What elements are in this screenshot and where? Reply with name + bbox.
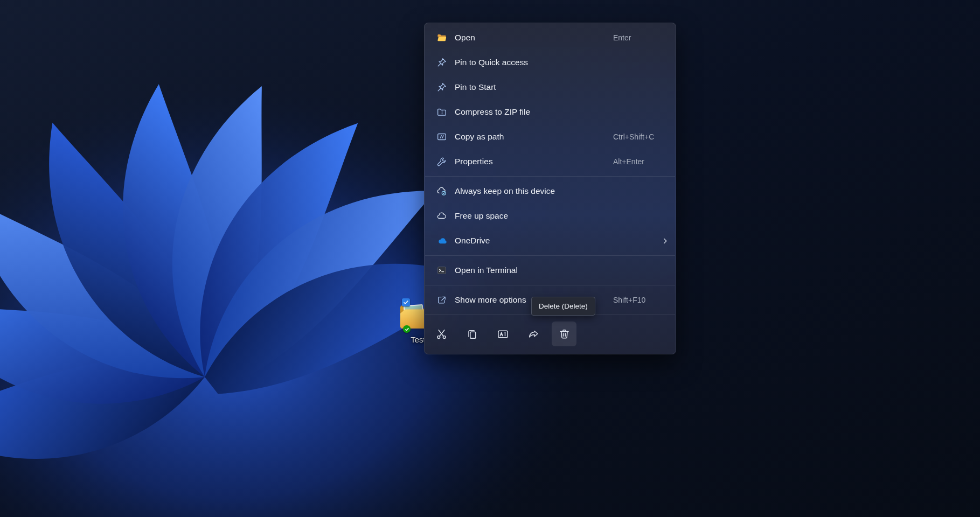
copy-path-icon	[436, 131, 447, 142]
menu-item-label: Compress to ZIP file	[455, 107, 613, 117]
cut-button[interactable]	[429, 322, 454, 346]
cut-icon	[435, 328, 448, 340]
menu-item-label: OneDrive	[455, 236, 613, 246]
delete-icon	[558, 328, 571, 340]
menu-item-compress-zip[interactable]: Compress to ZIP file	[425, 100, 676, 124]
menu-item-pin-to-start[interactable]: Pin to Start	[425, 75, 676, 100]
menu-item-shortcut: Alt+Enter	[613, 157, 669, 166]
copy-icon	[466, 328, 478, 340]
menu-item-open[interactable]: Open Enter	[425, 25, 676, 50]
pin-icon	[436, 57, 447, 68]
rename-button[interactable]	[490, 322, 515, 346]
menu-item-label: Free up space	[455, 211, 613, 221]
rename-icon	[497, 328, 509, 340]
pin-icon	[436, 82, 447, 93]
menu-item-open-in-terminal[interactable]: Open in Terminal	[425, 258, 676, 283]
menu-item-label: Pin to Start	[455, 82, 613, 92]
quick-actions-toolbar	[425, 317, 676, 354]
menu-item-free-up-space[interactable]: Free up space	[425, 204, 676, 228]
menu-item-label: Open in Terminal	[455, 266, 613, 275]
menu-item-shortcut: Enter	[613, 33, 669, 42]
show-more-options-icon	[436, 295, 447, 305]
menu-item-pin-quick-access[interactable]: Pin to Quick access	[425, 50, 676, 75]
cloud-check-icon	[436, 186, 447, 197]
zip-folder-icon	[436, 107, 447, 117]
cloud-icon	[436, 211, 447, 221]
menu-item-shortcut: Ctrl+Shift+C	[613, 132, 669, 141]
menu-item-label: Pin to Quick access	[455, 58, 613, 67]
copy-button[interactable]	[460, 322, 484, 346]
menu-separator	[425, 176, 675, 177]
tooltip-text: Delete (Delete)	[539, 302, 588, 310]
menu-item-copy-as-path[interactable]: Copy as path Ctrl+Shift+C	[425, 124, 676, 149]
check-icon	[403, 299, 409, 305]
selection-checkbox[interactable]	[402, 298, 410, 306]
menu-item-label: Properties	[455, 157, 613, 166]
desktop-icon-label[interactable]: Test	[411, 335, 426, 344]
share-icon	[527, 328, 540, 340]
folder-open-icon	[436, 32, 447, 43]
chevron-right-icon	[661, 237, 669, 245]
menu-item-properties[interactable]: Properties Alt+Enter	[425, 149, 676, 174]
menu-separator	[425, 255, 675, 256]
menu-item-label: Open	[455, 33, 613, 43]
terminal-icon	[436, 265, 447, 276]
delete-button[interactable]	[552, 322, 576, 346]
menu-separator	[425, 285, 675, 285]
menu-item-always-keep-on-device[interactable]: Always keep on this device	[425, 179, 676, 204]
menu-item-onedrive[interactable]: OneDrive	[425, 228, 676, 253]
wrench-icon	[436, 156, 447, 167]
onedrive-icon	[436, 235, 447, 246]
share-button[interactable]	[521, 322, 546, 346]
check-icon	[405, 327, 409, 332]
menu-item-label: Always keep on this device	[455, 186, 613, 196]
menu-item-shortcut: Shift+F10	[613, 296, 669, 304]
menu-item-label: Copy as path	[455, 132, 613, 142]
delete-tooltip: Delete (Delete)	[531, 297, 595, 316]
sync-status-badge	[403, 325, 411, 333]
